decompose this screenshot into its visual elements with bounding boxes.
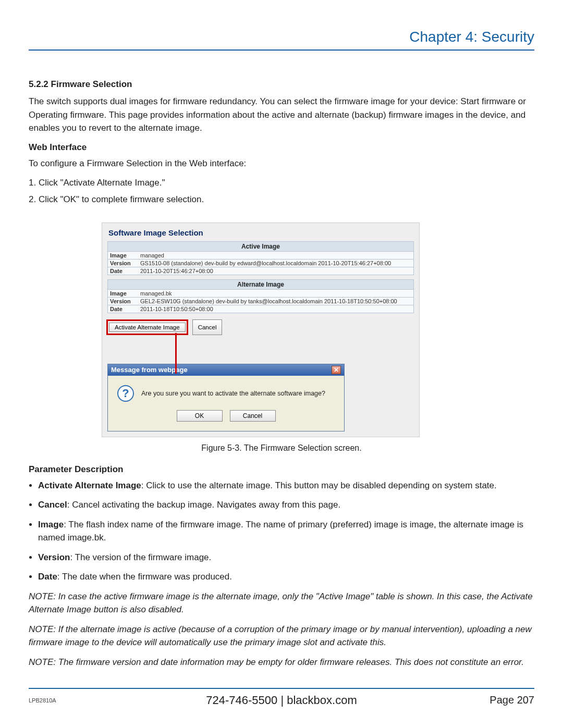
note-1: NOTE: In case the active firmware image … (29, 590, 534, 616)
question-icon: ? (117, 385, 134, 402)
alt-image-row: Image managed.bk (107, 290, 414, 298)
param-image: Image: The flash index name of the firmw… (38, 518, 534, 545)
firmware-selection-screenshot: Software Image Selection Active Image Im… (102, 223, 420, 437)
dialog-ok-button[interactable]: OK (177, 410, 223, 422)
active-date-row: Date 2011-10-20T15:46:27+08:00 (107, 267, 414, 275)
label-version: Version (108, 260, 138, 267)
panel-title: Software Image Selection (102, 223, 419, 241)
web-interface-intro: To configure a Firmware Selection in the… (29, 157, 534, 170)
param-cancel: Cancel: Cancel activating the backup ima… (38, 498, 534, 512)
step-1: 1. Click "Activate Alternate Image." (29, 176, 534, 190)
param-version: Version: The version of the firmware ima… (38, 551, 534, 564)
intro-paragraph: The switch supports dual images for firm… (29, 95, 534, 135)
param-date: Date: The date when the firmware was pro… (38, 570, 534, 584)
callout-line (175, 333, 177, 374)
alt-version-row: Version GEL2-ESW10G (standalone) dev-bui… (107, 298, 414, 305)
value-date: 2011-10-20T15:46:27+08:00 (138, 267, 413, 275)
step-2: 2. Click "OK" to complete firmware selec… (29, 193, 534, 206)
label-version-alt: Version (108, 298, 138, 305)
chapter-header: Chapter 4: Security (29, 29, 534, 51)
label-date: Date (108, 267, 138, 275)
web-interface-heading: Web Interface (29, 142, 534, 153)
footer-center: 724-746-5500 | blackbox.com (29, 694, 534, 707)
value-image-alt: managed.bk (138, 290, 413, 297)
figure-caption: Figure 5-3. The Firmware Selection scree… (29, 443, 534, 453)
value-date-alt: 2011-10-18T10:50:50+08:00 (138, 305, 413, 313)
alt-date-row: Date 2011-10-18T10:50:50+08:00 (107, 305, 414, 313)
activate-alternate-button[interactable]: Activate Alternate Image (109, 323, 186, 332)
label-date-alt: Date (108, 305, 138, 313)
value-version-alt: GEL2-ESW10G (standalone) dev-build by ta… (138, 298, 413, 305)
label-image: Image (108, 252, 138, 259)
cancel-button[interactable]: Cancel (192, 319, 223, 335)
note-2: NOTE: If the alternate image is active (… (29, 623, 534, 649)
close-icon[interactable]: ✕ (332, 366, 341, 374)
param-activate: Activate Alternate Image: Click to use t… (38, 479, 534, 492)
note-3: NOTE: The firmware version and date info… (29, 656, 534, 669)
section-title: 5.2.2 Firmware Selection (29, 79, 534, 90)
active-version-row: Version GS1510-08 (standalone) dev-build… (107, 260, 414, 267)
value-image: managed (138, 252, 413, 259)
confirm-dialog: Message from webpage ✕ ? Are you sure yo… (107, 364, 345, 431)
dialog-cancel-button[interactable]: Cancel (230, 410, 276, 422)
alternate-image-header: Alternate Image (107, 279, 414, 290)
active-image-header: Active Image (107, 241, 414, 252)
value-version: GS1510-08 (standalone) dev-build by edwa… (138, 260, 413, 267)
dialog-message: Are you sure you want to activate the al… (141, 390, 325, 397)
label-image-alt: Image (108, 290, 138, 297)
parameter-description-heading: Parameter Description (29, 464, 534, 475)
active-image-row: Image managed (107, 252, 414, 260)
